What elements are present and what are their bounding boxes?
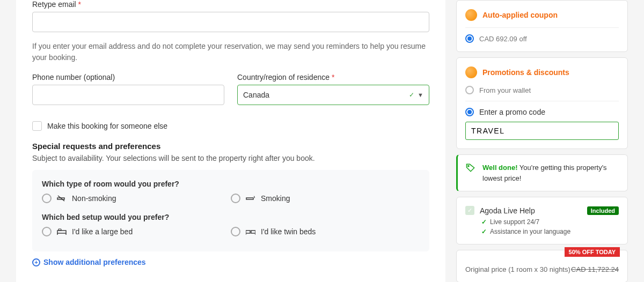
bed-question: Which bed setup would you prefer?	[42, 213, 420, 221]
promo-card: Promotions & discounts From your wallet …	[456, 57, 628, 149]
booking-form: Retype email * If you enter your email a…	[16, 0, 445, 282]
preferences-panel: Which type of room would you prefer? Non…	[32, 170, 429, 251]
svg-line-1	[58, 196, 64, 201]
well-done-banner: Well done! You're getting this property'…	[456, 154, 628, 191]
checkbox-checked-icon: ✓	[465, 206, 474, 215]
radio-icon	[42, 194, 52, 203]
twin-bed-icon	[246, 228, 255, 235]
room-question: Which type of room would you prefer?	[42, 180, 420, 188]
room-smoking-label: Smoking	[261, 194, 290, 203]
promo-code-radio[interactable]: Enter a promo code	[465, 108, 619, 116]
promo-icon	[465, 66, 477, 78]
promo-title: Promotions & discounts	[482, 68, 569, 77]
smoking-icon	[246, 195, 255, 202]
someone-else-label: Make this booking for someone else	[47, 122, 167, 130]
country-label: Country/region of residence *	[237, 73, 429, 81]
country-select[interactable]: Canada ✓ ▼	[237, 85, 429, 105]
room-nonsmoking-option[interactable]: Non-smoking	[42, 194, 231, 203]
wallet-label: From your wallet	[479, 86, 531, 94]
svg-point-11	[468, 166, 469, 167]
radio-icon	[465, 86, 474, 94]
someone-else-checkbox[interactable]: Make this booking for someone else	[32, 121, 429, 131]
bed-large-option[interactable]: I'd like a large bed	[42, 227, 231, 236]
bed-twin-label: I'd like twin beds	[261, 227, 316, 236]
live-help-title: Agoda Live Help	[480, 206, 535, 215]
coupon-title: Auto-applied coupon	[482, 11, 558, 19]
svg-rect-3	[57, 231, 66, 233]
sidebar: Auto-applied coupon CAD 692.09 off Promo…	[456, 0, 628, 282]
retype-email-input[interactable]	[32, 12, 429, 32]
included-badge: Included	[587, 206, 619, 215]
coupon-off: CAD 692.09 off	[479, 35, 527, 43]
wallet-radio[interactable]: From your wallet	[465, 86, 619, 94]
plus-icon: +	[32, 258, 40, 266]
svg-rect-8	[251, 231, 255, 233]
nonsmoking-icon	[57, 195, 67, 202]
show-additional-label: Show additional preferences	[43, 258, 146, 266]
live-help-card: ✓ Agoda Live Help Included ✓Live support…	[456, 197, 628, 244]
tag-icon	[465, 162, 476, 173]
svg-rect-2	[246, 198, 253, 199]
promo-enter-label: Enter a promo code	[479, 108, 545, 116]
radio-selected-icon	[465, 34, 474, 43]
radio-selected-icon	[465, 108, 474, 116]
help-feature-2: ✓Assistance in your language	[481, 228, 619, 235]
promo-code-input[interactable]	[465, 122, 619, 140]
live-help-toggle[interactable]: ✓ Agoda Live Help	[465, 206, 535, 215]
special-title: Special requests and preferences	[32, 142, 429, 151]
svg-rect-7	[246, 231, 250, 233]
phone-label: Phone number (optional)	[32, 73, 224, 81]
bed-large-label: I'd like a large bed	[72, 227, 133, 236]
checkbox-icon	[32, 121, 42, 131]
radio-icon	[231, 194, 240, 203]
special-sub: Subject to availability. Your selections…	[32, 154, 429, 162]
check-icon: ✓	[409, 91, 414, 99]
radio-icon	[42, 227, 52, 236]
room-smoking-option[interactable]: Smoking	[231, 194, 420, 203]
original-price-label: Original price (1 room x 30 nights)	[465, 265, 570, 273]
svg-rect-6	[58, 229, 61, 231]
email-hint: If you enter your email address and do n…	[32, 41, 429, 63]
country-value: Canada	[243, 91, 409, 99]
coupon-card: Auto-applied coupon CAD 692.09 off	[456, 0, 628, 52]
discount-ribbon: 50% OFF TODAY	[565, 247, 620, 257]
coupon-icon	[465, 9, 477, 21]
chevron-down-icon: ▼	[418, 92, 423, 98]
retype-email-label: Retype email *	[32, 0, 429, 9]
help-feature-1: ✓Live support 24/7	[481, 218, 619, 226]
phone-input[interactable]	[32, 85, 224, 105]
well-done-text: Well done! You're getting this property'…	[482, 162, 620, 183]
price-card: 50% OFF TODAY Original price (1 room x 3…	[456, 250, 628, 282]
original-price-value: CAD 11,722.24	[571, 265, 619, 273]
radio-icon	[231, 227, 240, 236]
show-additional-link[interactable]: + Show additional preferences	[32, 258, 146, 266]
bed-twin-option[interactable]: I'd like twin beds	[231, 227, 420, 236]
coupon-radio[interactable]: CAD 692.09 off	[465, 34, 619, 43]
large-bed-icon	[57, 228, 67, 235]
room-nonsmoking-label: Non-smoking	[72, 194, 116, 203]
